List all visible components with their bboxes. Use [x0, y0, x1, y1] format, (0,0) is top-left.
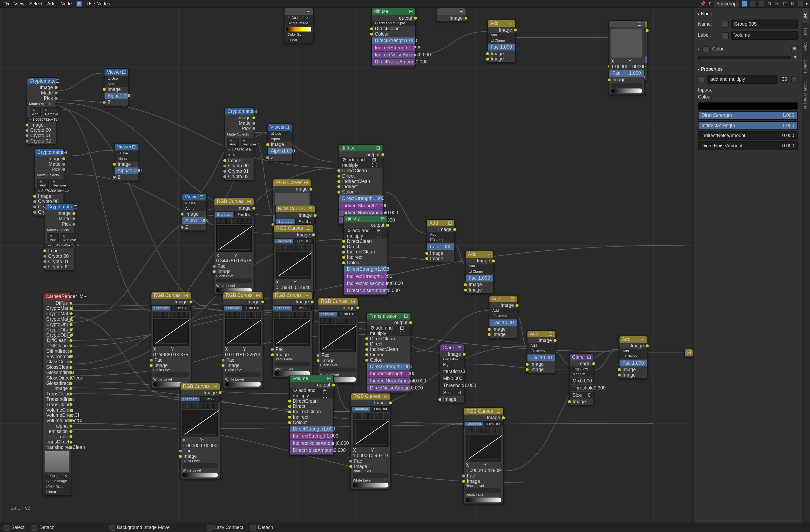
viewer-node[interactable]: Viewer⊟☑ Use AlphaImageAlpha1.000Z [114, 143, 139, 181]
editor-type-icon[interactable]: ⬚▾ [2, 1, 10, 6]
collapse-icon[interactable]: ⊟ [253, 109, 257, 114]
collapse-icon[interactable]: ⊟ [327, 376, 331, 381]
mix-add-node[interactable]: Add⊟ImageAdd☐ ClampFac1.000ImageImage [465, 250, 494, 294]
group-node[interactable]: Volume⊟output⚙ add and multiply⊞ ⛶Direct… [289, 375, 334, 455]
interface-icon[interactable] [698, 76, 705, 83]
collapse-icon[interactable]: ⊟ [457, 345, 461, 350]
input-slider[interactable]: DirectStrength1.000 [698, 111, 798, 120]
rgb-curves-node[interactable]: RGB Curves⊟ImageStandardFilm BluX 0.0791… [223, 292, 263, 388]
tab-node-wrangler[interactable]: Node Wrangler [803, 78, 809, 113]
collapse-icon[interactable]: ⊟ [487, 252, 490, 257]
render-layers-node[interactable]: CarneaRender_M⊟DiffusCryptoMat_1CryptoMa… [43, 293, 71, 496]
edge-node[interactable]: ⊟Image [437, 8, 466, 22]
collapse-icon[interactable]: ⊟ [587, 354, 591, 360]
mix-add-node[interactable]: Add⊟ImageAdd☐ ClampFac1.000ImageImage [487, 20, 516, 63]
input-slider[interactable]: IndirectStrength1.000 [698, 121, 798, 130]
collapse-icon[interactable]: ⊟ [376, 146, 380, 151]
pin-icon[interactable]: 📌 [700, 1, 706, 6]
tab-options[interactable]: Options [803, 55, 809, 78]
channel-r[interactable]: R [774, 1, 780, 6]
input-slider[interactable]: DirectNoiseAmount0.000 [698, 142, 798, 150]
rgb-curves-node[interactable]: RGB Curves⊟ImageStandardFilm BluX 1.0000… [463, 407, 504, 504]
panel-properties-header[interactable]: Properties [696, 65, 799, 74]
channel-combined-icon[interactable] [741, 0, 748, 7]
use-nodes-checkbox[interactable] [77, 1, 82, 6]
channel-b[interactable]: B [790, 1, 795, 6]
mix-add-node[interactable]: Add⊟ImageAdd☐ ClampFac1.000ImageImage [489, 295, 518, 338]
channel-n[interactable]: N [766, 1, 772, 6]
rgb-curves-node[interactable]: RGB Curves⊟ImageStandardFilm BluX 1.0000… [180, 382, 221, 479]
collapse-icon[interactable]: ⊟ [687, 350, 691, 355]
collapse-icon[interactable]: ⊟ [213, 384, 217, 389]
color-dropdown-icon[interactable]: ▾ [793, 54, 798, 60]
collapse-icon[interactable]: ⊟ [404, 314, 408, 319]
rgb-curves-node[interactable]: RGB Curves⊟ImageStandardFilm BluX 0.2468… [151, 292, 191, 388]
collapse-icon[interactable]: ⊟ [508, 21, 513, 26]
mix-add-node[interactable]: Add⊟ImageAdd☐ ClampFac1.000ImageImage [426, 219, 455, 263]
channel-g[interactable]: G [782, 1, 788, 6]
collapse-icon[interactable]: ⊟ [548, 331, 552, 337]
fake-user-icon[interactable] [791, 76, 798, 83]
interface-field[interactable]: add and multiply [708, 75, 778, 84]
rgb-curves-node[interactable]: RGB Curves⊟ImageStandardFilm BluFacImage… [272, 292, 313, 378]
collapse-icon[interactable]: ⊟ [63, 150, 67, 155]
menu-add[interactable]: Add [47, 1, 55, 6]
node-editor-canvas[interactable]: Cryptomatte⊟ImageMattePickMatte Objects✎… [0, 8, 693, 522]
collapse-icon[interactable]: ⊟ [305, 293, 309, 298]
menu-view[interactable]: View [14, 1, 25, 6]
group-node-top[interactable]: diffuse⊟output⚙ add and multiplyDirectCl… [371, 8, 416, 67]
edge-add-node[interactable]: ⊟ [684, 348, 693, 358]
collapse-icon[interactable]: ⊟ [132, 145, 136, 150]
cryptomatte-node[interactable]: Cryptomatte⊟ImageMattePickMatte Objects✎… [45, 203, 74, 271]
viewer-node[interactable]: Viewer⊟☑ Use AlphaImageAlpha1.000Z [104, 68, 129, 106]
input-slider[interactable]: indirectNoiseAmount0.000 [698, 131, 798, 140]
color-swatch[interactable] [702, 46, 710, 52]
collapse-icon[interactable]: ⊟ [83, 294, 87, 299]
image-input-node[interactable]: ⊟⊞ Ca ⬚ ⊞ ✕Single ImageColor Sp... Linea… [284, 8, 314, 44]
rgb-curves-top[interactable]: ⊟X 1.00000Y 1.00000Fac1.000Image [609, 20, 645, 95]
collapse-icon[interactable]: ⊟ [510, 296, 514, 302]
cryptomatte-node[interactable]: Cryptomatte⊟ImageMattePickMatte Objects✎… [225, 107, 254, 181]
collapse-icon[interactable]: ⊟ [641, 337, 645, 342]
collapse-icon[interactable]: ⊟ [384, 394, 388, 399]
collapse-icon[interactable]: ⊟ [308, 206, 312, 211]
glare-node[interactable]: Glare⊟ImageFog GlowHighIterations3Mix0.0… [440, 344, 465, 403]
collapse-icon[interactable]: ⊟ [74, 204, 78, 210]
parent-icon[interactable]: ↥ [708, 1, 712, 6]
viewer-node[interactable]: Viewer⊟☑ Use AlphaImageAlpha1.000Z [182, 193, 207, 231]
collapse-icon[interactable]: ⊟ [184, 293, 188, 298]
collapse-icon[interactable]: ⊟ [637, 21, 642, 27]
collapse-icon[interactable]: ⊟ [459, 9, 463, 14]
snap-icon[interactable] [797, 0, 804, 7]
cryptomatte-node[interactable]: Cryptomatte⊟ImageMattePickMatte Objects✎… [27, 77, 56, 145]
tab-item[interactable]: Item [803, 8, 809, 24]
collapse-icon[interactable]: ⊟ [448, 220, 452, 226]
collapse-icon[interactable]: ⊟ [285, 125, 289, 130]
collapse-icon[interactable]: ⊟ [306, 226, 310, 231]
colour-input-swatch[interactable] [698, 102, 798, 110]
rgb-curves-node[interactable]: RGB Curves⊟ImageStandardFilm BluFacImage… [318, 297, 358, 384]
viewer-node[interactable]: Viewer⊟☑ Use AlphaImageAlpha1.000Z [267, 123, 292, 162]
collapse-icon[interactable]: ⊟ [122, 69, 126, 75]
menu-node[interactable]: Node [61, 1, 72, 6]
collapse-icon[interactable]: ⊟ [306, 9, 310, 14]
collapse-icon[interactable]: ⊟ [247, 199, 251, 204]
color-presets-icon[interactable] [791, 46, 798, 52]
collapse-icon[interactable]: ⊟ [199, 194, 204, 199]
mix-add-node[interactable]: Add⊟ImageAdd☐ ClampFac1.000ImageImage [527, 330, 555, 373]
channel-alpha-icon[interactable] [758, 0, 764, 7]
snap-dropdown-icon[interactable]: ▾ [806, 1, 808, 6]
backdrop-toggle[interactable]: Backdrop [714, 0, 740, 7]
color-value-field[interactable] [698, 55, 791, 59]
rgb-curves-node[interactable]: RGB Curves⊟ImageStandardFilm BluX 1.0000… [351, 393, 391, 489]
panel-node-header[interactable]: Node [696, 10, 799, 18]
group-node[interactable]: diffuse⊟output⚙ add and multiply⊞ ⛶Direc… [339, 145, 383, 225]
collapse-icon[interactable]: ⊟ [351, 299, 355, 304]
collapse-icon[interactable]: ⊟ [381, 216, 385, 221]
group-node[interactable]: Transmission⊟output⚙ add and multiply⊞ ⛶… [367, 312, 411, 393]
collapse-icon[interactable]: ⊟ [409, 9, 413, 14]
collapse-icon[interactable]: ⊟ [55, 78, 60, 84]
menu-select[interactable]: Select [29, 1, 43, 6]
rgb-curves-node[interactable]: RGB Curves⊟ImageStandardFilm BluX 0.3447… [214, 198, 254, 295]
tab-view[interactable]: View [803, 39, 809, 55]
